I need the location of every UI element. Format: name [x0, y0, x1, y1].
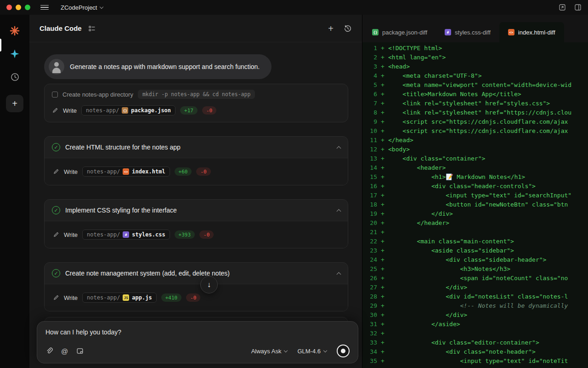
diff-line: 28+ <div id="notesList" class="notes-l [362, 292, 588, 301]
model-label: GLM-4.6 [297, 348, 321, 355]
sticker-icon[interactable] [76, 347, 84, 355]
write-label: Write [63, 107, 77, 114]
chevron-down-icon [284, 348, 288, 352]
titlebar: ZCodeProject [0, 0, 588, 15]
preview-window-icon[interactable] [559, 4, 566, 11]
check-icon: ✓ [52, 143, 60, 151]
diff-panel: {} package.json-diff # styles.css-diff <… [362, 15, 588, 368]
diff-line: 5+ <meta name="viewport" content="width=… [362, 80, 588, 90]
task-card: ✓ Create note management system (add, ed… [44, 262, 348, 311]
chat-history-icon[interactable] [344, 24, 352, 33]
diff-viewer[interactable]: 1+<!DOCTYPE html>2+<html lang="en">3+<he… [362, 42, 588, 368]
chevron-down-icon [100, 5, 103, 8]
diff-line: 25+ <h3>Notes</h3> [362, 264, 588, 274]
user-message: Generate a notes app with markdown suppo… [44, 54, 271, 79]
lines-removed-badge: -0 [199, 230, 214, 239]
task-title: Create note management system (add, edit… [65, 270, 230, 277]
chevron-up-icon [337, 209, 341, 213]
diff-line: 24+ <div class="sidebar-header"> [362, 255, 588, 264]
task-card: Create notes-app directory mkdir -p note… [44, 84, 348, 122]
write-label: Write [64, 168, 78, 175]
json-file-icon: {} [372, 29, 379, 35]
diff-line: 18+ <button id="newNoteBtn" class="btn [362, 200, 588, 209]
chat-panel: Claude Code + Generate a notes app with … [29, 15, 362, 368]
diff-line: 13+ <div class="container"> [362, 154, 588, 163]
lines-removed-badge: -0 [186, 293, 200, 302]
js-file-icon: JS [123, 294, 129, 301]
page-title: Claude Code [40, 24, 82, 32]
task-card-header[interactable]: ✓ Implement CSS styling for the interfac… [45, 200, 348, 221]
diff-line: 3+<head> [362, 62, 588, 71]
attach-file-icon[interactable] [45, 347, 53, 355]
write-row: Write notes-app/ <> index.html +60 -0 [50, 162, 342, 181]
file-chip-styles-css[interactable]: notes-app/ # styles.css [82, 230, 170, 240]
composer: How can I help you today? @ Always Ask G… [37, 321, 358, 363]
pencil-icon [53, 231, 59, 238]
diff-line: 21+ [362, 228, 588, 237]
task-checkbox-icon [52, 92, 58, 98]
task-card: ✓ Implement CSS styling for the interfac… [44, 199, 348, 248]
write-row: Write notes-app/ # styles.css +393 -0 [50, 225, 342, 244]
diff-lines: 1+<!DOCTYPE html>2+<html lang="en">3+<he… [362, 44, 588, 366]
minimize-window-button[interactable] [16, 5, 21, 10]
task-card-body: Write notes-app/ JS app.js +410 -0 [45, 284, 348, 311]
task-card-body: Write notes-app/ # styles.css +393 -0 [45, 221, 348, 248]
new-chat-button[interactable]: + [328, 24, 334, 33]
sparkle-icon[interactable] [6, 45, 23, 63]
task-card-body: Write notes-app/ <> index.html +60 -0 [45, 158, 348, 185]
close-window-button[interactable] [6, 5, 12, 10]
tab-index-html-diff[interactable]: <> index.html-diff [499, 22, 564, 42]
tab-label: package.json-diff [382, 29, 427, 36]
chat-scroll-area[interactable]: Generate a notes app with markdown suppo… [29, 42, 362, 368]
diff-line: 22+ <main class="main-content"> [362, 237, 588, 246]
pencil-icon [52, 107, 58, 114]
diff-line: 23+ <aside class="sidebar"> [362, 246, 588, 255]
hamburger-menu-icon[interactable] [40, 5, 49, 10]
tool-row: Create notes-app directory mkdir -p note… [45, 84, 348, 101]
file-chip-app-js[interactable]: notes-app/ JS app.js [82, 293, 157, 303]
diff-line: 32+ [362, 329, 588, 338]
diff-line: 14+ <header> [362, 163, 588, 172]
voice-record-button[interactable] [337, 345, 350, 357]
model-dropdown[interactable]: GLM-4.6 [297, 348, 327, 355]
tab-label: index.html-diff [518, 29, 555, 36]
lines-added-badge: +393 [175, 230, 195, 239]
permission-mode-dropdown[interactable]: Always Ask [251, 348, 288, 355]
check-icon: ✓ [52, 269, 60, 277]
message-input[interactable]: How can I help you today? [45, 328, 350, 336]
diff-line: 2+<html lang="en"> [362, 53, 588, 62]
scroll-to-bottom-button[interactable]: ↓ [200, 276, 218, 293]
pencil-icon [53, 294, 59, 301]
claude-logo-icon[interactable] [6, 22, 23, 40]
json-file-icon: {} [122, 107, 128, 114]
history-icon[interactable] [6, 68, 23, 86]
diff-line: 4+ <meta charset="UTF-8"> [362, 71, 588, 80]
mention-icon[interactable]: @ [61, 347, 68, 355]
record-dot-icon [341, 349, 345, 353]
lines-added-badge: +410 [161, 293, 182, 302]
tab-package-json-diff[interactable]: {} package.json-diff [363, 22, 436, 42]
zoom-window-button[interactable] [25, 5, 30, 10]
check-icon: ✓ [52, 206, 60, 214]
diff-line: 8+ <link rel="stylesheet" href="https://… [362, 108, 588, 117]
css-file-icon: # [123, 231, 129, 238]
html-file-icon: <> [508, 29, 514, 35]
file-chip-package-json[interactable]: notes-app/ {} package.json [81, 105, 175, 115]
left-rail: + [0, 15, 29, 368]
chevron-up-icon [337, 146, 341, 150]
file-chip-index-html[interactable]: notes-app/ <> index.html [82, 167, 170, 177]
tab-styles-css-diff[interactable]: # styles.css-diff [436, 22, 499, 42]
diff-line: 1+<!DOCTYPE html> [362, 44, 588, 53]
chat-header: Claude Code + [29, 15, 362, 42]
task-card-header[interactable]: ✓ Create HTML structure for the notes ap… [45, 137, 348, 158]
diff-line: 30+ </div> [362, 310, 588, 320]
task-card-header[interactable]: ✓ Create note management system (add, ed… [45, 263, 348, 284]
write-row: Write notes-app/ JS app.js +410 -0 [50, 288, 342, 307]
project-switcher[interactable]: ZCodeProject [61, 4, 103, 11]
pencil-icon [53, 168, 59, 175]
new-session-button[interactable]: + [6, 95, 23, 112]
panel-toggle-icon[interactable] [574, 4, 582, 11]
task-list-icon[interactable] [88, 25, 96, 32]
diff-line: 19+ </div> [362, 209, 588, 218]
tab-label: styles.css-diff [455, 29, 491, 36]
